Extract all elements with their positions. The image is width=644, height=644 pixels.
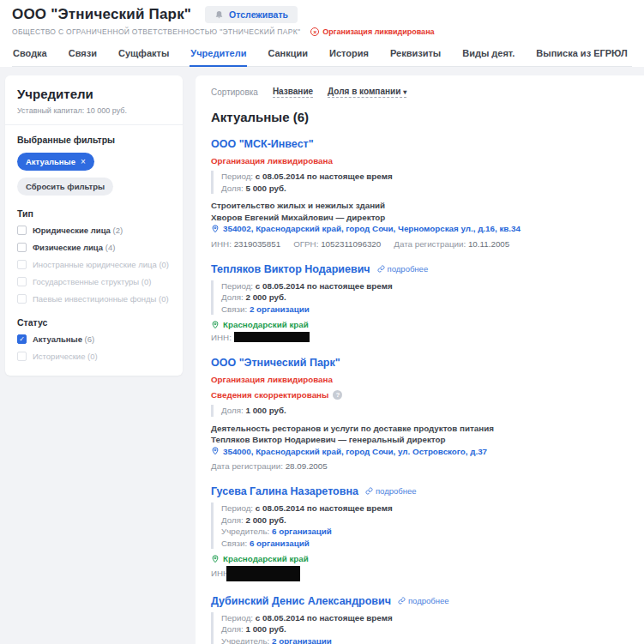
location-pin-icon xyxy=(211,555,220,563)
founder-name-link[interactable]: Гусева Галина Назаретовна xyxy=(211,485,358,498)
founder-entry: Гусева Галина Назаретовна подробнее Пери… xyxy=(211,485,629,581)
info-icon[interactable]: ? xyxy=(333,390,342,400)
address-link[interactable]: 354002, Краснодарский край, город Сочи, … xyxy=(211,223,629,235)
tab-istoriya[interactable]: История xyxy=(328,44,370,66)
checkbox-icon xyxy=(17,277,27,286)
more-details-link[interactable]: подробнее xyxy=(398,596,449,605)
founder-entry: Дубинский Денис Александрович подробнее … xyxy=(211,594,629,644)
sort-by-share[interactable]: Доля в компании▾ xyxy=(328,87,406,98)
period-block: Период: с 08.05.2014 по настоящее время … xyxy=(211,280,629,316)
sidebar-title: Учредители xyxy=(17,87,171,101)
filter-foreign-entities: Иностранные юридические лица (0) xyxy=(17,260,171,270)
checkbox-icon xyxy=(17,294,27,304)
founder-entry: ООО "МСК-Инвест" Организация ликвидирова… xyxy=(211,137,629,250)
selected-filters-title: Выбранные фильтры xyxy=(17,135,171,145)
reset-filters-button[interactable]: Сбросить фильтры xyxy=(17,178,113,196)
checkbox-icon xyxy=(17,352,27,361)
checkbox-icon xyxy=(17,260,27,269)
liquidated-status: Организация ликвидирована xyxy=(211,374,629,385)
location-pin-icon xyxy=(211,225,220,233)
region-row: Краснодарский край xyxy=(211,553,629,565)
tab-sankcii[interactable]: Санкции xyxy=(267,44,309,66)
tab-vypiska-egryul[interactable]: Выписка из ЕГРЮЛ xyxy=(535,44,628,66)
director-line: Тепляков Виктор Нодариевич — генеральный… xyxy=(211,434,629,446)
tab-vidy-deyat[interactable]: Виды деят. xyxy=(461,44,515,66)
follow-label: Отслеживать xyxy=(229,9,288,20)
liquidated-status: Организация ликвидирована xyxy=(211,155,629,166)
location-pin-icon xyxy=(211,321,220,329)
filter-historical: Исторические (0) xyxy=(17,352,171,362)
founder-entry: ООО "Этнический Парк" Организация ликвид… xyxy=(211,356,629,472)
founder-of-link[interactable]: 6 организаций xyxy=(272,527,332,536)
checkbox-checked-icon[interactable]: ✓ xyxy=(17,334,27,344)
more-details-link[interactable]: подробнее xyxy=(365,486,417,496)
period-block: Период: с 08.05.2014 по настоящее время … xyxy=(211,612,629,644)
company-full-name: ОБЩЕСТВО С ОГРАНИЧЕННОЙ ОТВЕТСТВЕННОСТЬЮ… xyxy=(12,27,300,36)
tab-rekvizity[interactable]: Реквизиты xyxy=(389,44,442,66)
founder-name-link[interactable]: ООО "Этнический Парк" xyxy=(211,356,340,370)
checkbox-icon[interactable] xyxy=(17,243,27,252)
active-filter-pill[interactable]: Актуальные× xyxy=(17,153,94,171)
tab-svyazi[interactable]: Связи xyxy=(68,44,98,66)
bell-icon xyxy=(214,10,224,20)
filter-actual[interactable]: ✓ Актуальные (6) xyxy=(17,334,171,345)
period-block: Период: с 08.05.2014 по настоящее время … xyxy=(211,503,629,549)
sort-by-name[interactable]: Название xyxy=(273,87,313,98)
liquidated-icon: × xyxy=(310,27,319,36)
caret-down-icon: ▾ xyxy=(403,88,406,96)
region-row: Краснодарский край xyxy=(211,319,629,331)
redacted-inn-box xyxy=(226,566,300,581)
activity-line: Деятельность ресторанов и услуги по дост… xyxy=(211,423,629,435)
founder-entry: Тепляков Виктор Нодариевич подробнее Пер… xyxy=(211,262,629,344)
filter-legal-entities[interactable]: Юридические лица (2) xyxy=(17,226,171,236)
period-block: Период: с 08.05.2014 по настоящее время … xyxy=(211,171,629,194)
app: ООО "Этнический Парк" Отслеживать ОБЩЕСТ… xyxy=(0,0,644,644)
filter-investment-funds: Паевые инвестиционные фонды (0) xyxy=(17,294,171,304)
more-details-link[interactable]: подробнее xyxy=(377,264,429,274)
corrected-status: Сведения скорректированы ? xyxy=(211,389,629,400)
link-icon xyxy=(365,487,373,495)
follow-button[interactable]: Отслеживать xyxy=(205,6,298,23)
liquidated-badge: × Организация ликвидирована xyxy=(310,27,434,36)
activity-line: Строительство жилых и нежилых зданий xyxy=(211,200,629,212)
tab-uchrediteli[interactable]: Учредители xyxy=(190,44,247,67)
director-line: Хворов Евгений Михайлович — директор xyxy=(211,212,629,224)
registration-row: ИНН: 2319035851 ОГРН: 1052311096320 Дата… xyxy=(211,238,629,250)
founder-name-link[interactable]: Дубинский Денис Александрович xyxy=(211,594,391,608)
page-title: ООО "Этнический Парк" xyxy=(12,6,191,23)
filter-individuals[interactable]: Физические лица (4) xyxy=(17,243,171,253)
tab-suschfakty[interactable]: Сущфакты xyxy=(117,44,170,66)
period-block: Доля: 1 000 руб. xyxy=(211,405,629,417)
address-link[interactable]: 354000, Краснодарский край, город Сочи, … xyxy=(211,446,629,458)
founder-name-link[interactable]: ООО "МСК-Инвест" xyxy=(211,137,314,151)
filters-sidebar: Учредители Уставный капитал: 10 000 руб.… xyxy=(5,75,183,376)
company-header: ООО "Этнический Парк" Отслеживать ОБЩЕСТ… xyxy=(0,0,644,67)
registration-row: Дата регистрации: 28.09.2005 xyxy=(211,460,629,472)
inn-row: ИНН: xyxy=(211,566,629,581)
capital-note: Уставный капитал: 10 000 руб. xyxy=(17,106,171,115)
filter-state-structures: Государственные структуры (0) xyxy=(17,277,171,287)
close-icon[interactable]: × xyxy=(81,157,86,166)
inn-row: ИНН: xyxy=(211,332,629,344)
link-icon xyxy=(398,597,406,605)
section-title: Актуальные (6) xyxy=(211,110,629,124)
sort-label: Сортировка xyxy=(211,87,258,97)
location-pin-icon xyxy=(211,447,220,455)
type-group-title: Тип xyxy=(17,208,171,219)
status-group-title: Статус xyxy=(17,317,171,328)
tab-bar: Сводка Связи Сущфакты Учредители Санкции… xyxy=(12,44,632,67)
founder-of-link[interactable]: 2 организации xyxy=(272,636,332,644)
checkbox-icon[interactable] xyxy=(17,226,27,235)
divider xyxy=(5,124,183,125)
connections-link[interactable]: 2 организации xyxy=(250,304,310,314)
tab-svodka[interactable]: Сводка xyxy=(12,44,48,66)
redacted-inn-box xyxy=(234,332,310,342)
founders-list-panel: Сортировка Название Доля в компании▾ Акт… xyxy=(196,75,644,644)
sort-bar: Сортировка Название Доля в компании▾ xyxy=(211,87,629,98)
link-icon xyxy=(377,265,385,273)
connections-link[interactable]: 6 организаций xyxy=(250,539,310,548)
founder-name-link[interactable]: Тепляков Виктор Нодариевич xyxy=(211,262,370,276)
